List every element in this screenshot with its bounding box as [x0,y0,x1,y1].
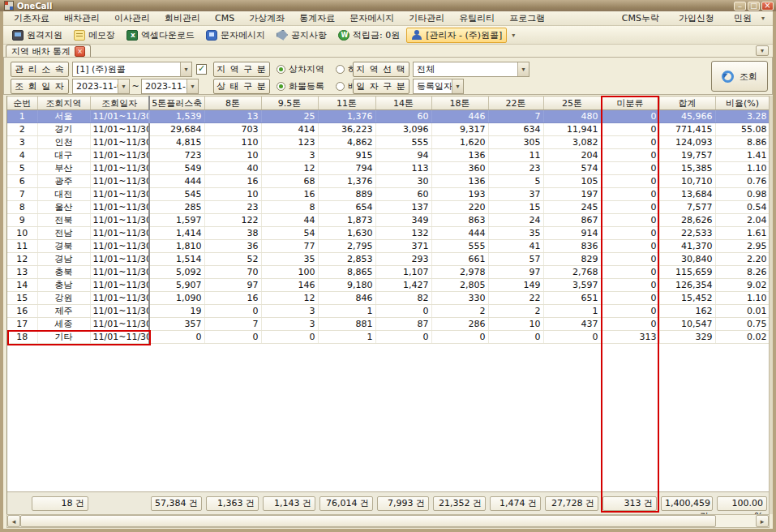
date-type-dropdown[interactable]: 등록일자 [413,79,464,94]
column-header[interactable]: 8톤 [204,97,261,110]
date-to-picker[interactable]: 2023-11-30 [141,79,199,94]
region-select-dropdown[interactable]: 전체 [413,62,529,77]
sms-button[interactable]: 문자메시지 [201,28,270,43]
table-row[interactable]: 18기타11/01~11/30000100003133290.02 [7,331,770,344]
query-date-button[interactable]: 조 회 일 자 [11,79,69,94]
chevron-down-icon[interactable] [180,62,191,76]
table-row[interactable]: 14충남11/01~11/305,907971469,1801,4272,805… [7,279,770,292]
notice-button[interactable]: 공지사항 [272,28,332,43]
menu-item-cms[interactable]: CMS [208,11,242,25]
column-header[interactable]: 합계 [659,97,715,110]
column-header[interactable]: 14톤 [375,97,431,110]
menu-item-virtual-account[interactable]: 가상계좌 [242,11,292,26]
column-header[interactable]: 11톤 [318,97,375,110]
region-select-button[interactable]: 지 역 선 택 [353,62,409,77]
table-row[interactable]: 8울산11/01~11/302852386541372201524507,577… [7,201,770,214]
menu-item-moving[interactable]: 이사관리 [107,11,157,26]
menu-item-join-request[interactable]: 가입신청 [669,11,724,26]
date-type-button[interactable]: 일 자 구 분 [353,79,409,94]
horizontal-scrollbar[interactable] [6,514,770,528]
points-button[interactable]: 적립금: 0원 [333,28,405,43]
table-cell: 0 [601,214,659,227]
menu-item-base-data[interactable]: 기초자료 [6,11,57,26]
column-header[interactable]: 비율(%) [715,97,770,110]
table-row[interactable]: 15강원11/01~11/301,09016128468233022651015… [7,292,770,305]
table-row[interactable]: 10전남11/01~11/301,41438541,63013244435914… [7,227,770,240]
table-row[interactable]: 16제주11/01~11/3019031022101620.01 [7,305,770,318]
tab-close-icon[interactable] [75,46,85,57]
radio-cargo-registered[interactable]: 화물등록 [277,80,324,92]
table-cell: 7 [204,318,261,331]
menu-item-dues[interactable]: 회비관리 [157,11,208,26]
table-cell: 8.26 [715,266,770,279]
summary-cell: 313 건 [602,496,657,511]
chevron-down-icon[interactable] [118,79,129,93]
menu-item-sms[interactable]: 문자메시지 [342,11,401,26]
menu-item-dispatch[interactable]: 배차관리 [57,11,107,26]
table-row[interactable]: 12경남11/01~11/301,51452352,85329366157829… [7,253,770,266]
manage-dept-select[interactable]: [1] (주)원콜 [72,62,192,77]
notepad-button[interactable]: 메모장 [69,28,120,43]
date-from-picker[interactable]: 2023-11-01 [72,79,130,94]
menu-item-cms-missing[interactable]: CMS누락 [612,11,669,26]
menu-item-program[interactable]: 프로그램 [502,11,552,26]
excel-download-button[interactable]: 엑셀다운로드 [122,28,199,43]
radio-loading-region[interactable]: 상차지역 [277,63,324,75]
table-row[interactable]: 9전북11/01~11/301,597122441,87334986324867… [7,214,770,227]
scroll-right-icon[interactable] [756,515,769,527]
tab-list-dropdown-icon[interactable] [756,45,769,56]
chevron-down-icon[interactable] [452,79,463,93]
table-row[interactable]: 1서울11/01~11/301,53913251,376604467480045… [7,110,770,123]
table-row[interactable]: 6광주11/01~11/3044416681,376301365105010,7… [7,175,770,188]
menu-item-utility[interactable]: 유틸리티 [452,11,502,26]
scroll-left-icon[interactable] [7,515,20,527]
column-header[interactable]: 순번 [7,97,37,110]
close-button[interactable] [761,2,774,11]
tab-region-dispatch-stats[interactable]: 지역 배차 통계 [6,45,91,57]
menu-item-etc[interactable]: 기타관리 [401,11,452,26]
date-range-separator: ~ [131,81,139,92]
column-header[interactable]: 조회지역 [37,97,90,110]
scrollbar-thumb[interactable] [20,515,716,527]
table-cell: 723 [149,149,204,162]
table-row[interactable]: 13충북11/01~11/305,092701008,8651,1072,978… [7,266,770,279]
table-cell: 1 [543,305,601,318]
table-row[interactable]: 5부산11/01~11/30549401279411336023574015,3… [7,162,770,175]
status-type-button[interactable]: 상 태 구 분 [213,79,270,94]
table-row[interactable]: 3인천11/01~11/304,8151101234,8625551,62030… [7,136,770,149]
current-user-button[interactable]: [관리자 - (주)원콜] [406,28,507,43]
search-button[interactable]: 조회 [711,61,768,92]
table-cell: 0.98 [715,188,770,201]
user-dropdown-chevron-icon[interactable] [508,28,518,42]
menu-overflow-chevron-icon[interactable] [761,15,770,22]
region-type-button[interactable]: 지 역 구 분 [213,62,270,77]
chevron-down-icon[interactable] [517,62,529,76]
table-row[interactable]: 2경기11/01~11/3029,68470341436,2233,0969,3… [7,123,770,136]
table-cell: 2 [488,305,543,318]
minimize-button[interactable] [734,2,746,11]
manage-dept-button[interactable]: 관 리 소 속 [11,62,69,77]
manage-dept-checkbox[interactable] [196,64,207,75]
table-cell: 8 [7,201,37,214]
menu-item-complaint[interactable]: 민원 [724,11,761,26]
column-header[interactable]: 조회일자 [90,97,149,110]
table-cell: 0 [601,292,659,305]
column-header[interactable]: 9.5톤 [261,97,318,110]
table-cell: 7 [7,188,37,201]
table-row[interactable]: 7대전11/01~11/3054510168896019337197013,68… [7,188,770,201]
column-header[interactable]: 5톤플러스축 [149,97,204,110]
table-cell: 경남 [37,253,90,266]
table-row[interactable]: 11경북11/01~11/301,81036772,79537155541836… [7,240,770,253]
remote-support-button[interactable]: 원격지원 [7,28,67,43]
table-row[interactable]: 17세종11/01~11/30357738818728610437010,547… [7,318,770,331]
column-header[interactable]: 25톤 [543,97,601,110]
chevron-down-icon[interactable] [186,79,198,93]
column-header[interactable]: 18톤 [431,97,488,110]
vertical-scrollbar-track[interactable] [769,96,773,514]
menu-item-statistics[interactable]: 통계자료 [292,11,342,26]
column-header[interactable]: 22톤 [488,97,543,110]
maximize-button[interactable] [748,2,760,11]
column-header[interactable]: 미분류 [601,97,659,110]
table-cell: 대전 [37,188,90,201]
table-row[interactable]: 4대구11/01~11/307231039159413611204019,757… [7,149,770,162]
